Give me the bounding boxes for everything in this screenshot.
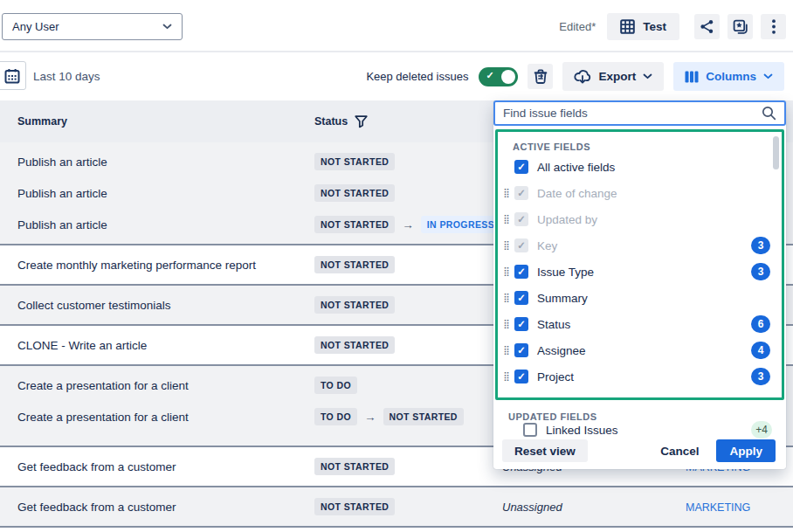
status-badge: TO DO — [314, 408, 357, 425]
status-badge: NOT STARTED — [314, 296, 395, 314]
field-count-badge: +4 — [751, 421, 772, 439]
cloud-download-icon — [574, 69, 591, 84]
summary-cell: Publish an article — [17, 155, 314, 169]
apply-button[interactable]: Apply — [716, 439, 776, 462]
drag-handle-icon[interactable]: ⣿ — [500, 372, 513, 381]
summary-cell: Create monthly marketing performance rep… — [17, 259, 314, 272]
chevron-down-icon — [763, 73, 773, 79]
drag-handle-icon[interactable]: ⣿ — [500, 215, 513, 224]
table-row[interactable]: Get feedback from a customerNOT STARTEDU… — [0, 491, 793, 522]
field-item[interactable]: ⣿✓Updated by — [498, 206, 782, 232]
field-checkbox: ✓ — [514, 238, 528, 252]
field-label: Summary — [537, 292, 588, 305]
status-cell: NOT STARTED — [314, 498, 502, 515]
keep-deleted-toggle[interactable]: ✓ — [479, 67, 518, 86]
status-badge: NOT STARTED — [314, 498, 395, 515]
active-fields-list: ✓All active fields⣿✓Date of change⣿✓Upda… — [498, 154, 782, 390]
status-badge: IN PROGRESS — [421, 216, 500, 233]
status-cell: NOT STARTED — [314, 296, 502, 314]
summary-cell: CLONE - Write an article — [17, 339, 314, 352]
status-badge: NOT STARTED — [314, 184, 395, 202]
date-range-label: Last 10 days — [33, 70, 100, 83]
field-checkbox[interactable]: ✓ — [514, 265, 528, 279]
column-header-summary: Summary — [17, 115, 314, 128]
field-label: Project — [537, 370, 574, 383]
project-link[interactable]: MARKETING — [686, 501, 750, 514]
field-item[interactable]: ⣿✓Issue Type3 — [498, 259, 782, 285]
filter-funnel-icon[interactable] — [355, 115, 368, 128]
drag-handle-icon[interactable]: ⣿ — [500, 189, 513, 197]
field-count-badge: 4 — [751, 342, 770, 359]
kebab-menu-icon — [772, 19, 776, 34]
field-checkbox[interactable]: ✓ — [514, 291, 528, 305]
search-icon — [762, 106, 776, 121]
summary-cell: Publish an article — [17, 218, 314, 231]
summary-cell: Get feedback from a customer — [17, 501, 314, 514]
assignee-cell: Unassigned — [502, 501, 686, 514]
status-cell: TO DO→NOT STARTED — [314, 408, 502, 425]
drag-handle-icon[interactable]: ⣿ — [500, 346, 513, 355]
field-count-badge: 3 — [751, 263, 770, 280]
summary-cell: Create a presentation for a client — [17, 379, 314, 392]
columns-button[interactable]: Columns — [673, 62, 784, 91]
status-badge: TO DO — [314, 377, 357, 394]
status-badge: NOT STARTED — [314, 336, 395, 354]
reset-view-button[interactable]: Reset view — [502, 439, 588, 462]
filters-toolbar-actions: Keep deleted issues ✓ Export Columns — [366, 62, 784, 91]
drag-handle-icon[interactable]: ⣿ — [500, 320, 513, 328]
field-item[interactable]: ⣿✓Date of change — [498, 180, 782, 206]
field-checkbox[interactable]: ✓ — [514, 160, 528, 174]
field-checkbox[interactable]: ✓ — [514, 317, 528, 331]
scrollbar-thumb[interactable] — [773, 136, 779, 169]
user-filter-value: Any User — [12, 20, 59, 33]
field-item[interactable]: ✓All active fields — [498, 154, 782, 180]
drag-handle-icon[interactable]: ⣿ — [500, 267, 513, 276]
field-item[interactable]: ⣿✓Assignee4 — [498, 337, 782, 363]
columns-panel-footer: Reset view Cancel Apply — [502, 439, 776, 462]
field-item[interactable]: ⣿✓Key3 — [498, 232, 782, 259]
column-header-status: Status — [314, 115, 502, 128]
drag-handle-icon[interactable]: ⣿ — [500, 294, 513, 302]
status-badge: NOT STARTED — [314, 458, 395, 475]
field-label: Key — [537, 239, 557, 252]
project-cell: MARKETING — [686, 499, 793, 515]
transition-arrow-icon: → — [364, 411, 376, 424]
field-count-badge: 3 — [751, 237, 770, 254]
field-item[interactable]: ⣿✓Summary — [498, 285, 782, 311]
status-cell: NOT STARTED — [314, 458, 502, 475]
drag-handle-icon[interactable]: ⣿ — [500, 241, 513, 250]
user-filter-select[interactable]: Any User — [2, 13, 183, 40]
field-checkbox[interactable]: ✓ — [514, 343, 528, 357]
save-view-icon — [733, 19, 748, 35]
save-view-button[interactable] — [727, 14, 753, 39]
status-cell: NOT STARTED — [314, 153, 502, 170]
share-button[interactable] — [694, 14, 720, 39]
top-bar: Any User Edited* Test — [0, 0, 793, 52]
field-item[interactable]: ⣿✓Status6 — [498, 311, 782, 337]
field-checkbox[interactable] — [523, 423, 537, 437]
status-cell: NOT STARTED — [314, 256, 502, 273]
view-name-label: Test — [643, 20, 666, 33]
transition-arrow-icon: → — [402, 218, 414, 231]
field-search-input[interactable] — [495, 107, 762, 120]
more-options-button[interactable] — [761, 14, 786, 39]
status-cell: NOT STARTED→IN PROGRESS — [314, 216, 502, 233]
field-checkbox[interactable]: ✓ — [514, 370, 528, 383]
issue-group: Get feedback from a customerNOT STARTEDU… — [0, 487, 793, 528]
field-label: Updated by — [537, 213, 597, 226]
share-icon — [700, 19, 714, 34]
delete-report-button[interactable] — [528, 64, 553, 89]
summary-cell: Create a presentation for a client — [17, 411, 314, 424]
field-item[interactable]: ⣿✓Project3 — [498, 363, 782, 390]
active-fields-title: ACTIVE FIELDS — [498, 132, 782, 154]
table-grid-icon — [620, 19, 635, 34]
date-range-button[interactable] — [0, 61, 26, 90]
export-button[interactable]: Export — [562, 62, 664, 91]
keep-deleted-label: Keep deleted issues — [366, 70, 468, 83]
cancel-button[interactable]: Cancel — [657, 445, 702, 458]
columns-icon — [685, 71, 699, 83]
export-label: Export — [598, 70, 636, 83]
toggle-knob — [501, 70, 515, 84]
trash-restore-icon — [534, 69, 548, 84]
view-name-button[interactable]: Test — [607, 13, 679, 40]
